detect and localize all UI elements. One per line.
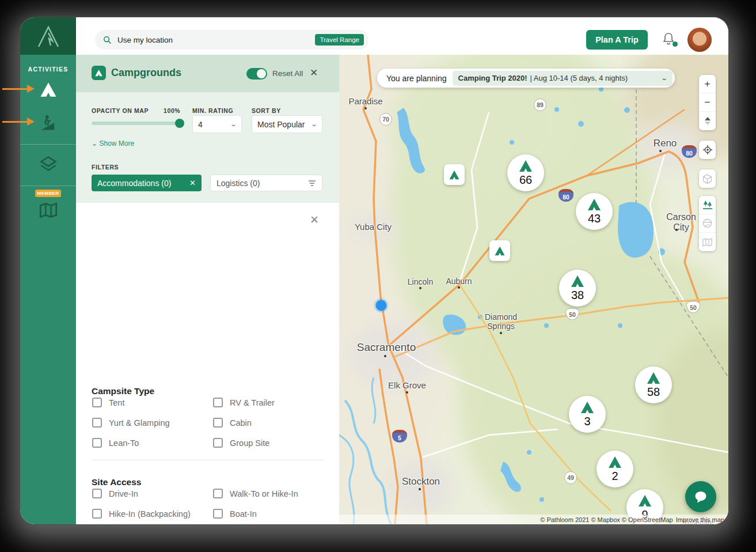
opacity-slider-knob[interactable] xyxy=(175,119,184,128)
trees-icon xyxy=(702,200,713,210)
panel-close-icon[interactable]: ✕ xyxy=(310,67,318,79)
campground-cluster-marker[interactable]: 3 xyxy=(569,396,606,433)
checkbox-icon[interactable] xyxy=(213,398,223,407)
tent-icon xyxy=(607,456,623,468)
campground-cluster-marker[interactable]: 58 xyxy=(635,366,672,403)
locate-me-button[interactable] xyxy=(699,141,716,159)
sidebar-item-member-maps[interactable]: MEMBER xyxy=(20,196,76,224)
filter-section-title: Campsite Type xyxy=(92,386,154,396)
zoom-out-button[interactable]: − xyxy=(699,93,716,112)
hiker-icon xyxy=(39,114,58,131)
sidebar-item-layers[interactable] xyxy=(20,150,76,178)
filter-option-label: Cabin xyxy=(230,418,252,428)
trip-planning-bar[interactable]: You are planning Camping Trip 2020! | Au… xyxy=(377,69,675,88)
user-avatar[interactable] xyxy=(687,28,712,52)
filter-option-checkbox[interactable]: Walk-To or Hike-In xyxy=(213,489,298,498)
notifications-button[interactable] xyxy=(662,32,676,48)
map-place-dot xyxy=(419,488,421,490)
filter-option-checkbox[interactable]: Hike-In (Backpacking) xyxy=(92,509,191,519)
panel-title: Campgrounds xyxy=(111,67,181,79)
campground-cluster-marker[interactable]: 43 xyxy=(576,193,613,230)
filter-option-label: Yurt & Glamping xyxy=(109,418,170,428)
folded-map-icon xyxy=(702,238,712,247)
filter-chip-logistics[interactable]: Logistics (0) xyxy=(210,175,322,191)
filter-option-checkbox[interactable]: Cabin xyxy=(213,418,252,428)
filter-chip-accommodations[interactable]: Accommodations (0)✕ xyxy=(92,175,202,191)
filter-chips-row: Accommodations (0)✕Logistics (0) xyxy=(92,175,322,191)
checkbox-icon[interactable] xyxy=(92,489,102,498)
map-place-label: Sacramento xyxy=(357,341,416,354)
campground-marker[interactable] xyxy=(444,164,465,185)
globe-icon xyxy=(702,218,712,228)
checkbox-icon[interactable] xyxy=(92,509,102,519)
opacity-slider[interactable] xyxy=(92,122,183,125)
section-divider xyxy=(92,460,324,460)
filter-option-checkbox[interactable]: RV & Trailer xyxy=(213,398,275,407)
checkbox-icon[interactable] xyxy=(213,489,223,498)
sidebar-divider xyxy=(20,144,76,145)
pitch-arrows-icon xyxy=(704,117,711,125)
zoom-in-button[interactable]: + xyxy=(699,75,716,93)
sort-by-select[interactable]: Most Popular ⌄ xyxy=(252,115,322,133)
3d-cube-icon xyxy=(702,174,712,184)
map-place-dot xyxy=(659,150,662,152)
plan-a-trip-button[interactable]: Plan A Trip xyxy=(586,30,648,50)
cluster-count: 66 xyxy=(519,173,532,187)
travel-range-badge[interactable]: Travel Range xyxy=(315,34,364,46)
checkbox-icon[interactable] xyxy=(213,418,223,428)
trip-selector[interactable]: Camping Trip 2020! | Aug 10-14 (5 days, … xyxy=(453,71,673,86)
improve-map-link[interactable]: Improve this map xyxy=(676,516,724,523)
campground-cluster-marker[interactable]: 66 xyxy=(507,154,544,191)
chat-support-button[interactable] xyxy=(685,481,716,512)
show-more-link[interactable]: ⌄ Show More xyxy=(92,139,134,148)
min-rating-select[interactable]: 4 ⌄ xyxy=(192,115,242,133)
3d-view-button[interactable] xyxy=(699,169,716,188)
filter-option-label: Boat-In xyxy=(230,509,257,519)
checkbox-icon[interactable] xyxy=(92,398,102,407)
filter-detail-close-icon[interactable]: ✕ xyxy=(310,213,319,226)
search-icon xyxy=(103,36,112,44)
min-rating-label: MIN. RATING xyxy=(192,107,233,114)
checkbox-icon[interactable] xyxy=(92,418,102,428)
streets-style-button[interactable] xyxy=(699,233,716,251)
filter-option-checkbox[interactable]: Tent xyxy=(92,398,124,407)
location-search-bar[interactable]: Travel Range xyxy=(95,30,368,50)
campground-cluster-marker[interactable]: 2 xyxy=(597,451,633,487)
checkbox-icon[interactable] xyxy=(213,438,223,448)
filter-option-checkbox[interactable]: Yurt & Glamping xyxy=(92,418,170,428)
map[interactable]: ParadiseRenoCarson CityYuba CityLincolnA… xyxy=(339,55,728,524)
sidebar: ACTIVITIES MEMBER xyxy=(20,17,76,524)
filter-option-checkbox[interactable]: Group Site xyxy=(213,438,269,448)
tent-icon xyxy=(569,275,586,288)
outdoors-style-button[interactable] xyxy=(699,196,716,214)
member-badge: MEMBER xyxy=(35,190,62,197)
checkbox-icon[interactable] xyxy=(92,438,102,448)
map-place-dot xyxy=(419,287,421,289)
map-place-label: Reno xyxy=(654,138,677,149)
activities-section-label: ACTIVITIES xyxy=(20,66,76,73)
app-logo[interactable] xyxy=(20,17,76,55)
opacity-label: OPACITY ON MAP xyxy=(92,107,149,114)
chevron-down-icon: ⌄ xyxy=(310,120,318,128)
search-input[interactable] xyxy=(116,35,315,45)
map-place-dot xyxy=(406,391,408,394)
tent-icon xyxy=(39,82,58,97)
locate-icon xyxy=(703,145,712,154)
filter-option-checkbox[interactable]: Drive-In xyxy=(92,489,138,498)
pitch-control-button[interactable] xyxy=(699,112,716,130)
cluster-count: 38 xyxy=(571,289,584,302)
filter-chip-label: Accommodations (0) xyxy=(97,179,171,188)
checkbox-icon[interactable] xyxy=(213,509,223,519)
close-icon[interactable]: ✕ xyxy=(189,179,196,187)
reset-all-button[interactable]: Reset All xyxy=(272,69,303,78)
satellite-style-button[interactable] xyxy=(699,214,716,233)
trip-details: | Aug 10-14 (5 days, 4 nights) xyxy=(530,74,628,82)
campground-cluster-marker[interactable]: 38 xyxy=(559,270,596,307)
campgrounds-tent-icon xyxy=(92,66,106,80)
filter-option-checkbox[interactable]: Boat-In xyxy=(213,509,257,519)
highway-shield-70: 70 xyxy=(379,113,392,126)
filter-option-checkbox[interactable]: Lean-To xyxy=(92,438,139,448)
campground-marker[interactable] xyxy=(489,240,510,261)
campgrounds-visibility-toggle[interactable] xyxy=(246,68,267,80)
map-place-label: Elk Grove xyxy=(388,380,426,390)
